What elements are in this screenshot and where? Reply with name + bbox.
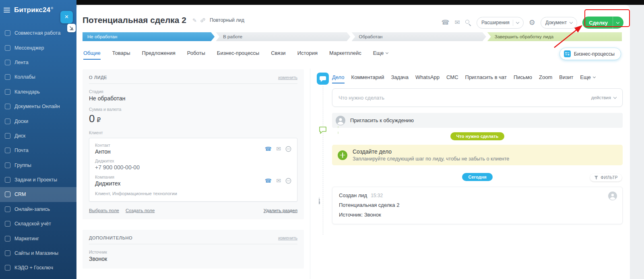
sidebar-item-feed[interactable]: Лента (0, 55, 76, 70)
timeline-column: Дело Комментарий Задача WhatsApp СМС При… (317, 69, 623, 224)
timeline-tabs: Дело Комментарий Задача WhatsApp СМС При… (332, 69, 623, 83)
messenger-icon[interactable] (285, 146, 291, 152)
tab-more[interactable]: Еще (373, 50, 388, 59)
sidebar-item-marketing[interactable]: Маркетинг (0, 231, 76, 246)
mail-icon[interactable]: ✉ (276, 178, 281, 183)
todo-hint-badge: Что нужно сделать (450, 132, 504, 140)
timeline-tab-zoom[interactable]: Zoom (539, 74, 552, 83)
timeline-filter-button[interactable]: ФИЛЬТР (590, 174, 622, 181)
sidebar-item-booking[interactable]: Онлайн-запись (0, 202, 76, 217)
contact-info: Контакт Антон (95, 143, 111, 155)
create-deal-button[interactable]: Сделку (582, 17, 623, 29)
search-icon[interactable] (465, 20, 471, 26)
stage-label: Не обработан (87, 34, 117, 39)
business-processes-button[interactable]: Бизнес-процессы (559, 48, 621, 60)
stage-processed[interactable]: Обработан (352, 32, 486, 41)
edit-title-icon[interactable]: ✎ (192, 17, 197, 23)
company-row: Компания Диджитех ☎ ✉ (95, 175, 291, 187)
tab-history[interactable]: История (297, 50, 318, 59)
contact-phone[interactable]: +7 900 000-00-00 (95, 164, 291, 171)
sidebar-item-disk[interactable]: Диск (0, 129, 76, 143)
tab-robots[interactable]: Роботы (187, 50, 205, 59)
boards-icon (5, 119, 10, 124)
contact-company-label: Диджитех (95, 158, 291, 163)
timeline-tab-task[interactable]: Задача (391, 74, 409, 83)
sidebar-item-crm[interactable]: CRM (0, 187, 76, 202)
business-processes-button-label: Бизнес-процессы (574, 51, 615, 57)
sidebar-item-warehouse[interactable]: Складской учёт (0, 217, 76, 231)
sidebar-item-messenger[interactable]: Мессенджер (0, 40, 76, 55)
edit-section-link[interactable]: изменить (278, 235, 297, 240)
messenger-icon[interactable] (285, 178, 291, 184)
tab-connections[interactable]: Связи (271, 50, 285, 59)
discussion-icon[interactable] (318, 125, 328, 136)
timeline-tab-email[interactable]: Письмо (514, 74, 532, 83)
stage-field-value[interactable]: Не обработан (89, 95, 125, 102)
tab-products[interactable]: Товары (112, 50, 130, 59)
company-name[interactable]: Диджитех (95, 180, 120, 187)
tab-marketplace[interactable]: Маркетплейс (329, 50, 361, 59)
sidebar-item-tasks[interactable]: Задачи и Проекты (0, 173, 76, 187)
close-icon: × (65, 13, 69, 21)
timeline-tab-visit[interactable]: Визит (559, 74, 573, 83)
tab-business-processes[interactable]: Бизнес-процессы (217, 50, 259, 59)
source-field-value[interactable]: Звонок (89, 256, 107, 262)
add-activity-icon[interactable] (338, 150, 347, 160)
timeline-tab-invite-chat[interactable]: Пригласить в чат (465, 74, 507, 83)
call-icon[interactable]: ☎ (442, 19, 450, 26)
sidebar-item-calendar[interactable]: Календарь (0, 85, 76, 99)
lead-detail-card: Потенциальная сделка 2 ✎ Повторный лид ☎… (76, 5, 630, 279)
sidebar-item-label: Маркетинг (14, 236, 39, 242)
timeline-tab-sms[interactable]: СМС (446, 74, 458, 83)
select-field-link[interactable]: Выбрать поле (89, 208, 119, 213)
sidebar-item-mail[interactable]: Почта (0, 143, 76, 158)
amount-field-value[interactable]: 0 ₽ (89, 112, 101, 125)
filter-button-label: ФИЛЬТР (601, 175, 618, 180)
timeline-tab-activity[interactable]: Дело (332, 74, 345, 83)
todo-input[interactable] (339, 95, 591, 101)
sidebar-item-sites[interactable]: Сайты и Магазины (0, 246, 76, 260)
sidebar-item-kedo[interactable]: КЭДО + Госключ (0, 260, 76, 275)
app-logo-text: Битрикс24 (14, 6, 50, 14)
actions-dropdown[interactable]: действия (591, 95, 616, 100)
stage-not-processed[interactable]: Не обработан (83, 32, 215, 41)
slider-close-button[interactable]: × (60, 11, 73, 23)
mail-icon[interactable]: ✉ (455, 19, 460, 26)
sidebar-item-documents[interactable]: Документы Онлайн (0, 99, 76, 114)
contact-actions: ☎ ✉ (265, 146, 291, 152)
stage-in-progress[interactable]: В работе (216, 32, 350, 41)
timeline-tab-more-label: Еще (580, 74, 590, 80)
stage-finish-processing[interactable]: Завершить обработку лида (487, 32, 622, 41)
comment-bubble-icon[interactable] (317, 73, 329, 86)
call-icon[interactable]: ☎ (265, 146, 272, 152)
timeline-tab-more[interactable]: Еще (580, 74, 595, 83)
collaboration-icon (5, 30, 10, 36)
create-field-link[interactable]: Создать поле (126, 208, 155, 213)
sidebar-item-collaboration[interactable]: Совместная работа (0, 26, 76, 40)
timeline-tab-whatsapp[interactable]: WhatsApp (415, 74, 440, 83)
edit-section-link[interactable]: изменить (278, 75, 297, 80)
gear-icon[interactable]: ⚙ (529, 19, 535, 26)
extensions-button[interactable]: Расширения (477, 17, 524, 29)
sidebar-item-collabs[interactable]: Коллабы (0, 70, 76, 84)
delete-section-link[interactable]: Удалить раздел (264, 208, 297, 213)
sidebar-item-groups[interactable]: Группы (0, 158, 76, 173)
create-activity-hint: Создайте дело Запланируйте следующий шаг… (332, 145, 623, 165)
mail-icon[interactable]: ✉ (276, 146, 281, 152)
slider-collapse-button[interactable] (67, 24, 76, 32)
sidebar-item-boards[interactable]: Доски (0, 114, 76, 128)
timeline-tab-comment[interactable]: Комментарий (351, 74, 384, 83)
invite-discussion-row[interactable]: Пригласить к обсуждению (332, 113, 623, 128)
tab-quotes[interactable]: Предложения (142, 50, 175, 59)
document-button[interactable]: Документ (541, 17, 577, 29)
sidebar-item-label: КЭДО + Госключ (14, 265, 53, 271)
sidebar-item-label: Группы (14, 162, 31, 168)
call-icon[interactable]: ☎ (265, 178, 272, 183)
copy-link-icon[interactable] (200, 17, 206, 25)
tab-general[interactable]: Общие (83, 50, 101, 60)
create-deal-dropdown[interactable] (613, 17, 623, 29)
contact-name[interactable]: Антон (95, 148, 111, 155)
today-separator-row: Сегодня ФИЛЬТР (332, 173, 623, 182)
menu-toggle-icon[interactable] (4, 8, 10, 12)
sidebar-menu: Совместная работа Мессенджер Лента Колла… (0, 26, 76, 275)
